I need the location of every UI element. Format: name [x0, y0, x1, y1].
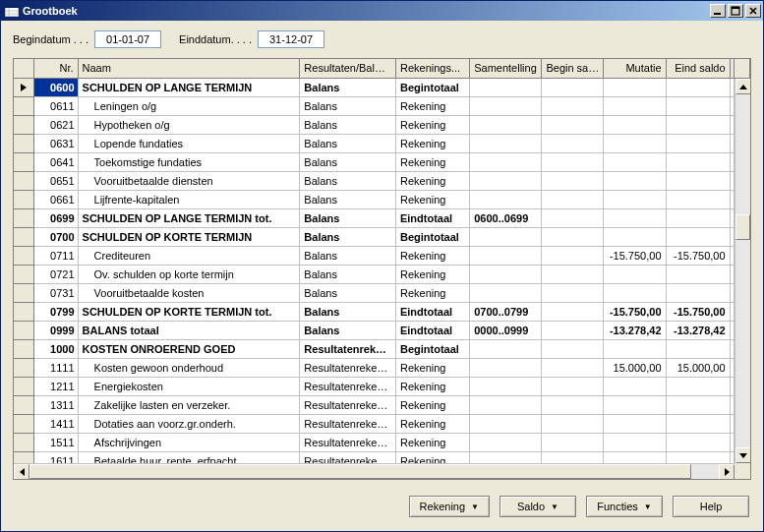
- col-sam[interactable]: Samentelling: [470, 59, 542, 78]
- cell-sam[interactable]: [470, 115, 542, 134]
- cell-reks[interactable]: Rekening: [395, 190, 469, 208]
- row-selector[interactable]: [14, 171, 33, 190]
- cell-es[interactable]: [666, 78, 730, 96]
- cell-nr[interactable]: 0651: [33, 171, 78, 190]
- cell-naam[interactable]: BALANS totaal: [78, 321, 300, 339]
- cell-mut[interactable]: 15.000,00: [604, 358, 666, 377]
- cell-naam[interactable]: Afschrijvingen: [78, 433, 300, 451]
- cell-naam[interactable]: Vooruitbetaalde diensten: [78, 171, 300, 190]
- row-selector[interactable]: [14, 190, 33, 208]
- cell-bs[interactable]: [542, 358, 604, 377]
- cell-sam[interactable]: [470, 246, 542, 265]
- cell-es[interactable]: [666, 265, 730, 283]
- functies-button[interactable]: Functies ▼: [586, 496, 663, 517]
- cell-reks[interactable]: Rekening: [395, 433, 469, 451]
- cell-naam[interactable]: Dotaties aan voorz.gr.onderh.: [78, 414, 300, 433]
- cell-sam[interactable]: [470, 78, 542, 96]
- row-selector[interactable]: [14, 358, 33, 377]
- row-selector[interactable]: [14, 96, 33, 115]
- cell-reks[interactable]: Eindtotaal: [395, 302, 469, 321]
- close-button[interactable]: [745, 4, 761, 18]
- row-selector[interactable]: [14, 78, 33, 96]
- vertical-scrollbar[interactable]: [735, 79, 750, 463]
- table-row[interactable]: 0711CrediteurenBalansRekening-15.750,00-…: [14, 246, 750, 265]
- cell-nr[interactable]: 1511: [33, 433, 78, 451]
- scroll-right-button[interactable]: [719, 464, 735, 480]
- cell-es[interactable]: 15.000,00: [666, 358, 730, 377]
- table-row[interactable]: 0999BALANS totaalBalansEindtotaal0000..0…: [14, 321, 750, 339]
- cell-sam[interactable]: [470, 358, 542, 377]
- cell-sam[interactable]: 0700..0799: [470, 302, 542, 321]
- cell-nr[interactable]: 0600: [33, 78, 78, 96]
- row-selector[interactable]: [14, 227, 33, 246]
- col-naam[interactable]: Naam: [78, 59, 300, 78]
- cell-es[interactable]: [666, 339, 730, 358]
- table-row[interactable]: 0651Vooruitbetaalde dienstenBalansRekeni…: [14, 171, 750, 190]
- row-selector[interactable]: [14, 377, 33, 395]
- scroll-up-button[interactable]: [735, 79, 751, 94]
- cell-nr[interactable]: 0721: [33, 265, 78, 283]
- cell-rb[interactable]: Balans: [300, 152, 396, 171]
- table-row[interactable]: 0661Lijfrente-kapitalenBalansRekening: [14, 190, 750, 208]
- cell-rb[interactable]: Balans: [300, 321, 396, 339]
- cell-nr[interactable]: 0611: [33, 96, 78, 115]
- table-row[interactable]: 0641Toekomstige fundatiesBalansRekening: [14, 152, 750, 171]
- cell-es[interactable]: [666, 171, 730, 190]
- table-row[interactable]: 1000KOSTEN ONROEREND GOEDResultatenreken…: [14, 339, 750, 358]
- cell-es[interactable]: [666, 433, 730, 451]
- cell-reks[interactable]: Eindtotaal: [395, 208, 469, 227]
- cell-reks[interactable]: Rekening: [395, 265, 469, 283]
- cell-naam[interactable]: Energiekosten: [78, 377, 300, 395]
- cell-reks[interactable]: Rekening: [395, 171, 469, 190]
- table-row[interactable]: 0799SCHULDEN OP KORTE TERMIJN tot.Balans…: [14, 302, 750, 321]
- cell-bs[interactable]: [542, 134, 604, 152]
- table-row[interactable]: 0611Leningen o/gBalansRekening: [14, 96, 750, 115]
- cell-reks[interactable]: Begintotaal: [395, 227, 469, 246]
- cell-nr[interactable]: 0641: [33, 152, 78, 171]
- cell-mut[interactable]: -15.750,00: [604, 246, 666, 265]
- table-row[interactable]: 0700SCHULDEN OP KORTE TERMIJNBalansBegin…: [14, 227, 750, 246]
- cell-es[interactable]: [666, 208, 730, 227]
- cell-mut[interactable]: [604, 208, 666, 227]
- table-row[interactable]: 0631Lopende fundatiesBalansRekening: [14, 134, 750, 152]
- cell-nr[interactable]: 0731: [33, 283, 78, 302]
- hscroll-track[interactable]: [29, 464, 719, 479]
- cell-naam[interactable]: SCHULDEN OP KORTE TERMIJN tot.: [78, 302, 300, 321]
- cell-bs[interactable]: [542, 265, 604, 283]
- table-row[interactable]: 1511AfschrijvingenResultatenreken...Reke…: [14, 433, 750, 451]
- vscroll-thumb[interactable]: [735, 214, 750, 240]
- row-selector[interactable]: [14, 414, 33, 433]
- table-row[interactable]: 0731Vooruitbetaalde kostenBalansRekening: [14, 283, 750, 302]
- begin-date-input[interactable]: [94, 30, 161, 48]
- cell-rb[interactable]: Balans: [300, 115, 396, 134]
- cell-nr[interactable]: 0711: [33, 246, 78, 265]
- cell-nr[interactable]: 1111: [33, 358, 78, 377]
- row-selector[interactable]: [14, 395, 33, 414]
- cell-bs[interactable]: [542, 78, 604, 96]
- cell-es[interactable]: -15.750,00: [666, 302, 730, 321]
- cell-mut[interactable]: [604, 377, 666, 395]
- table-row[interactable]: 1211EnergiekostenResultatenreken...Reken…: [14, 377, 750, 395]
- cell-nr[interactable]: 0621: [33, 115, 78, 134]
- scroll-down-button[interactable]: [735, 447, 751, 463]
- cell-reks[interactable]: Begintotaal: [395, 339, 469, 358]
- cell-mut[interactable]: [604, 134, 666, 152]
- cell-bs[interactable]: [542, 395, 604, 414]
- cell-es[interactable]: -13.278,42: [666, 321, 730, 339]
- cell-mut[interactable]: [604, 283, 666, 302]
- cell-mut[interactable]: [604, 414, 666, 433]
- cell-bs[interactable]: [542, 433, 604, 451]
- table-row[interactable]: 1411Dotaties aan voorz.gr.onderh.Resulta…: [14, 414, 750, 433]
- vscroll-track[interactable]: [735, 94, 750, 447]
- cell-sam[interactable]: [470, 339, 542, 358]
- table-row[interactable]: 0699SCHULDEN OP LANGE TERMIJN tot.Balans…: [14, 208, 750, 227]
- cell-mut[interactable]: [604, 96, 666, 115]
- cell-rb[interactable]: Balans: [300, 134, 396, 152]
- cell-bs[interactable]: [542, 171, 604, 190]
- col-rb[interactable]: Resultaten/Balans: [300, 59, 396, 78]
- cell-sam[interactable]: [470, 395, 542, 414]
- cell-naam[interactable]: Crediteuren: [78, 246, 300, 265]
- cell-rb[interactable]: Balans: [300, 283, 396, 302]
- cell-es[interactable]: [666, 377, 730, 395]
- cell-naam[interactable]: Kosten gewoon onderhoud: [78, 358, 300, 377]
